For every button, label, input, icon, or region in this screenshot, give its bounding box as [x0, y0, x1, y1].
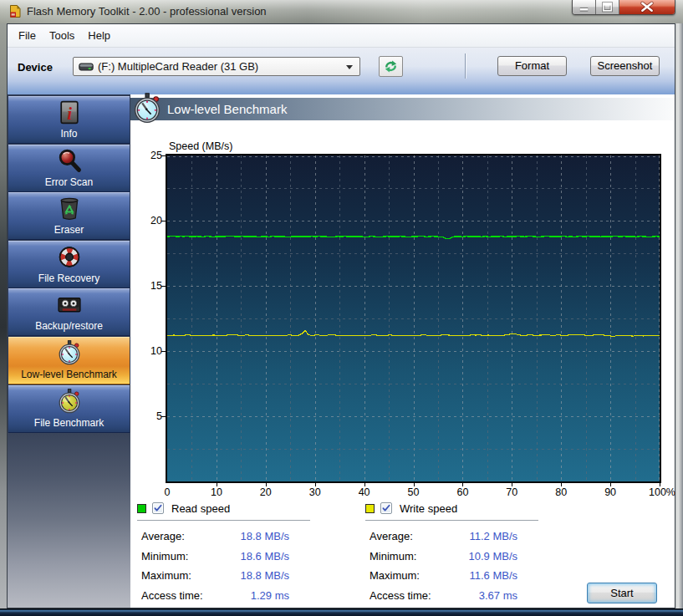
stat-label: Minimum: [370, 550, 416, 563]
x-tick-label: 90 [592, 486, 629, 498]
stat-value: 18.6 MB/s [214, 550, 289, 563]
x-tick-label: 30 [297, 486, 334, 498]
stat-label: Maximum: [141, 569, 191, 582]
stat-value: 18.8 MB/s [214, 530, 289, 542]
start-button[interactable]: Start [587, 583, 657, 603]
stat-label: Access time: [141, 589, 203, 602]
x-tick [462, 483, 463, 486]
maximize-button[interactable] [596, 0, 619, 14]
read-speed-checkbox[interactable] [152, 502, 164, 514]
x-tick-label: 50 [395, 486, 432, 498]
chart-y-axis-title: Speed (MB/s) [169, 140, 232, 152]
device-select-value: (F:) MultipleCard Reader (31 GB) [98, 60, 258, 73]
magnifier-icon [56, 148, 82, 174]
x-tick [561, 483, 562, 486]
stat-value: 10.9 MB/s [442, 550, 517, 563]
sidebar-item-label: Backup/restore [8, 320, 130, 332]
x-tick [414, 483, 415, 486]
main-panel: Low-level Benchmark Speed (MB/s) 2520151… [130, 94, 675, 608]
stat-value: 18.8 MB/s [214, 569, 289, 582]
legend-separator [365, 520, 538, 521]
x-tick [315, 483, 316, 486]
x-tick [266, 483, 267, 486]
y-tick-label: 10 [130, 345, 162, 357]
x-tick [660, 483, 660, 486]
client-area: FileToolsHelp Device (F:) MultipleCard R… [7, 23, 675, 608]
menu-help[interactable]: Help [81, 24, 117, 47]
sidebar-filler [8, 433, 130, 608]
sidebar-item-file-recovery[interactable]: File Recovery [8, 241, 130, 288]
stopwatch-icon [131, 93, 163, 125]
benchmark-chart [166, 154, 661, 483]
stat-label: Average: [370, 530, 413, 542]
menu-file[interactable]: File [12, 24, 43, 47]
stat-label: Maximum: [370, 569, 420, 582]
y-tick-label: 15 [130, 280, 162, 292]
sidebar-item-label: Low-level Benchmark [8, 369, 130, 380]
sidebar-item-label: File Recovery [8, 272, 130, 284]
window-title: Flash Memory Toolkit - 2.00 - profession… [27, 5, 267, 18]
menu-tools[interactable]: Tools [43, 24, 81, 47]
sidebar-item-eraser[interactable]: Eraser [8, 192, 130, 240]
y-tick-label: 20 [130, 215, 162, 227]
titlebar[interactable]: Flash Memory Toolkit - 2.00 - profession… [0, 0, 683, 23]
stat-label: Average: [141, 530, 185, 542]
screenshot-button[interactable]: Screenshot [590, 56, 660, 76]
device-select[interactable]: (F:) MultipleCard Reader (31 GB) [73, 57, 360, 76]
x-tick-label: 0 [149, 486, 186, 498]
sidebar-item-info[interactable]: iInfo [8, 96, 130, 144]
lifebuoy-icon [56, 244, 82, 270]
x-tick-label: 80 [543, 486, 579, 498]
x-tick-label: 60 [444, 486, 481, 498]
x-tick-label: 20 [247, 486, 284, 498]
sidebar-item-label: File Benchmark [8, 417, 130, 429]
stopwatch-cyan-icon [56, 340, 82, 366]
sidebar-item-label: Info [8, 128, 130, 140]
window-border-right [675, 23, 683, 608]
write-speed-checkbox[interactable] [380, 502, 392, 514]
info-document-icon: i [56, 99, 82, 125]
window-border-left [0, 23, 7, 608]
stat-value: 3.67 ms [442, 589, 517, 602]
sidebar-item-file-benchmark[interactable]: File Benchmark [8, 385, 130, 433]
trash-recycle-icon [56, 196, 82, 221]
drive-icon [79, 63, 94, 71]
legend-separator [137, 520, 310, 521]
y-tick-label: 5 [130, 410, 162, 422]
stat-label: Minimum: [141, 550, 188, 563]
x-tick [512, 483, 512, 486]
device-label: Device [18, 58, 53, 77]
format-button[interactable]: Format [497, 56, 567, 76]
toolbar-separator [465, 53, 466, 79]
x-tick [364, 483, 365, 486]
x-tick [217, 483, 217, 486]
stat-value: 1.29 ms [214, 589, 289, 602]
stat-value: 11.2 MB/s [442, 530, 517, 542]
minimize-button[interactable] [573, 0, 596, 14]
sidebar-item-backup-restore[interactable]: Backup/restore [8, 288, 130, 336]
stat-label: Access time: [370, 589, 431, 602]
sidebar-item-label: Error Scan [8, 176, 130, 188]
close-button[interactable] [619, 0, 675, 14]
write-color-swatch [365, 504, 375, 513]
chevron-down-icon [346, 65, 353, 69]
sidebar-item-label: Eraser [8, 224, 130, 236]
svg-text:i: i [67, 104, 72, 123]
stopwatch-yellow-icon [56, 389, 82, 415]
tape-cassette-icon [56, 292, 82, 318]
refresh-arrows-icon [383, 59, 399, 74]
read-color-swatch [137, 504, 146, 513]
x-tick-label: 10 [198, 486, 235, 498]
x-tick-label: 40 [346, 486, 383, 498]
panel-title: Low-level Benchmark [167, 98, 287, 120]
device-bar: Device (F:) MultipleCard Reader (31 GB) … [8, 48, 675, 94]
sidebar-item-error-scan[interactable]: Error Scan [8, 145, 130, 192]
write-speed-label: Write speed [400, 502, 457, 515]
sidebar-item-low-level-benchmark[interactable]: Low-level Benchmark [8, 337, 130, 384]
stat-value: 11.6 MB/s [442, 569, 517, 582]
sidebar: iInfoError ScanEraserFile RecoveryBackup… [8, 94, 130, 608]
window-controls [572, 0, 675, 15]
refresh-button[interactable] [379, 56, 403, 77]
flash-card-icon [8, 4, 22, 18]
menu-bar: FileToolsHelp [8, 24, 675, 48]
